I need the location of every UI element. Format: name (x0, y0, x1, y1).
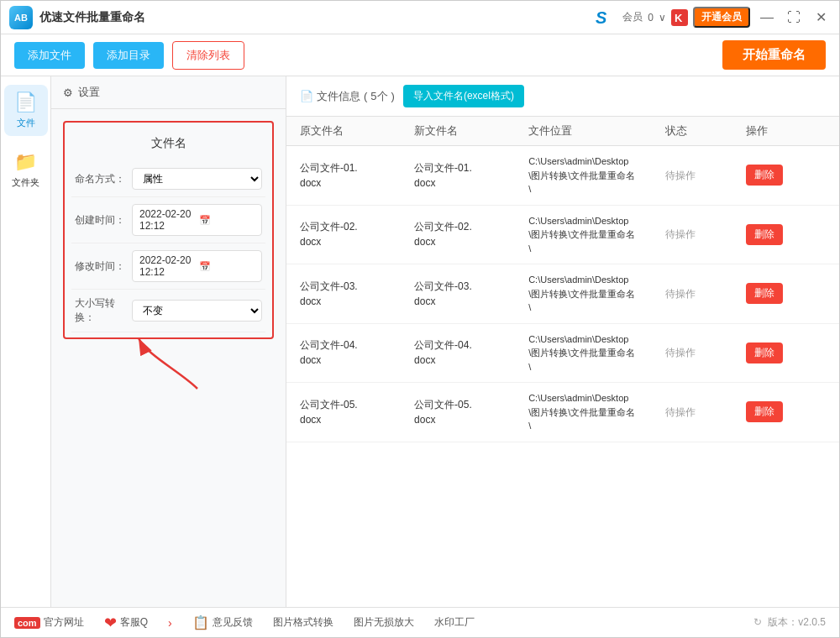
vip-separator: ∨ (659, 12, 666, 24)
app-title: 优速文件批量重命名 (39, 10, 585, 25)
main-content: 📄 文件 📁 文件夹 ⚙ 设置 文件名 命名方式： 属性 (1, 76, 839, 607)
footer-arrow[interactable]: › (168, 616, 172, 630)
footer-website[interactable]: com 官方网址 (14, 615, 84, 630)
col-status: 状态 (665, 123, 745, 139)
table-row: 公司文件-03. docx公司文件-03. docxC:\Users\admin… (286, 264, 839, 324)
k-icon: K (671, 9, 688, 26)
annotation-arrow (130, 330, 231, 397)
cell-action: 删除 (746, 401, 826, 422)
footer: com 官方网址 ❤ 客服Q › 📋 意见反馈 图片格式转换 图片无损放大 水印… (1, 607, 839, 637)
add-file-button[interactable]: 添加文件 (14, 42, 85, 69)
cell-status: 待操作 (665, 345, 745, 360)
arrow-annotation-area (63, 343, 274, 401)
modify-time-input[interactable]: 2022-02-20 12:12 📅 (132, 250, 262, 282)
version-label: ↻ 版本：v2.0.5 (753, 615, 826, 630)
cell-new-name: 公司文件-01. docx (414, 160, 528, 191)
start-rename-button[interactable]: 开始重命名 (722, 40, 826, 70)
open-vip-button[interactable]: 开通会员 (693, 7, 750, 28)
footer-watermark[interactable]: 水印工厂 (434, 615, 475, 630)
cell-orig-name: 公司文件-04. docx (300, 337, 414, 368)
settings-panel: ⚙ 设置 文件名 命名方式： 属性 创建时间： (51, 76, 286, 607)
col-new-name: 新文件名 (414, 123, 528, 139)
delete-row-button[interactable]: 删除 (746, 165, 783, 186)
modify-time-calendar-icon[interactable]: 📅 (199, 261, 255, 272)
website-icon: com (14, 617, 40, 629)
modify-time-value: 2022-02-20 12:12 📅 (132, 250, 262, 282)
naming-mode-label: 命名方式： (75, 172, 125, 186)
col-action: 操作 (746, 123, 826, 139)
svg-text:S: S (596, 8, 607, 27)
case-convert-label: 大小写转换： (75, 296, 125, 325)
footer-feedback[interactable]: 📋 意见反馈 (192, 614, 253, 630)
delete-row-button[interactable]: 删除 (746, 401, 783, 422)
cell-action: 删除 (746, 343, 826, 363)
right-panel: 📄 文件信息 ( 5个 ) 导入文件名(excel格式) 原文件名 新文件名 文… (286, 76, 839, 607)
col-orig-name: 原文件名 (300, 123, 414, 139)
cell-location: C:\Users\admin\Desktop \图片转换\文件批量重命名 \ (528, 332, 665, 374)
file-info-title: 📄 文件信息 ( 5个 ) (300, 89, 395, 104)
footer-img-lossless[interactable]: 图片无损放大 (354, 615, 414, 630)
sidebar-item-folder[interactable]: 📁 文件夹 (4, 144, 48, 196)
maximize-button[interactable]: ⛶ (784, 8, 804, 28)
svg-text:K: K (675, 12, 683, 24)
table-row: 公司文件-04. docx公司文件-04. docxC:\Users\admin… (286, 324, 839, 384)
create-time-input[interactable]: 2022-02-20 12:12 📅 (132, 204, 262, 236)
naming-mode-row: 命名方式： 属性 (71, 161, 265, 197)
feedback-icon: 📋 (192, 614, 209, 630)
sidebar-file-label: 文件 (17, 117, 35, 129)
window-controls: — ⛶ ✕ (757, 8, 831, 28)
import-filename-button[interactable]: 导入文件名(excel格式) (403, 85, 524, 107)
cell-location: C:\Users\admin\Desktop \图片转换\文件批量重命名 \ (528, 154, 665, 196)
cell-status: 待操作 (665, 405, 745, 420)
app-logo: AB (9, 6, 33, 29)
delete-row-button[interactable]: 删除 (746, 343, 783, 363)
right-panel-header: 📄 文件信息 ( 5个 ) 导入文件名(excel格式) (286, 76, 839, 117)
filename-section-title: 文件名 (71, 128, 265, 161)
create-time-calendar-icon[interactable]: 📅 (199, 215, 255, 226)
settings-label: 设置 (78, 85, 100, 100)
cell-orig-name: 公司文件-05. docx (300, 397, 414, 427)
gear-icon: ⚙ (63, 86, 73, 99)
sidebar-item-file[interactable]: 📄 文件 (4, 85, 48, 136)
add-dir-button[interactable]: 添加目录 (93, 42, 164, 69)
folder-icon: 📁 (14, 151, 37, 173)
cell-status: 待操作 (665, 286, 745, 301)
file-icon-small: 📄 (300, 90, 313, 102)
cell-orig-name: 公司文件-03. docx (300, 279, 414, 309)
cell-status: 待操作 (665, 168, 745, 183)
case-convert-select[interactable]: 不变 (132, 300, 262, 322)
cell-location: C:\Users\admin\Desktop \图片转换\文件批量重命名 \ (528, 273, 665, 315)
title-bar: AB 优速文件批量重命名 S 会员 0 ∨ K 开通会员 — ⛶ ✕ (1, 1, 839, 34)
footer-customer[interactable]: ❤ 客服Q (104, 614, 148, 632)
footer-img-convert[interactable]: 图片格式转换 (273, 615, 333, 630)
sidebar-folder-label: 文件夹 (12, 176, 39, 189)
delete-row-button[interactable]: 删除 (746, 283, 783, 304)
naming-mode-select[interactable]: 属性 (132, 168, 262, 190)
table-row: 公司文件-01. docx公司文件-01. docxC:\Users\admin… (286, 146, 839, 206)
create-time-label: 创建时间： (75, 213, 125, 227)
naming-mode-value: 属性 (132, 168, 262, 190)
modify-time-row: 修改时间： 2022-02-20 12:12 📅 (71, 243, 265, 290)
close-button[interactable]: ✕ (811, 8, 831, 28)
toolbar: 添加文件 添加目录 清除列表 开始重命名 (1, 34, 839, 76)
settings-highlight-box: 文件名 命名方式： 属性 创建时间： 2022-02-20 12: (63, 121, 274, 339)
customer-icon: ❤ (104, 614, 117, 632)
table-row: 公司文件-02. docx公司文件-02. docxC:\Users\admin… (286, 206, 839, 265)
cell-action: 删除 (746, 165, 826, 186)
settings-body: 文件名 命名方式： 属性 创建时间： 2022-02-20 12: (51, 109, 286, 410)
s-logo-icon: S (592, 8, 617, 27)
cell-new-name: 公司文件-05. docx (414, 397, 528, 427)
cell-orig-name: 公司文件-01. docx (300, 160, 414, 191)
table-header: 原文件名 新文件名 文件位置 状态 操作 (286, 117, 839, 146)
clear-list-button[interactable]: 清除列表 (172, 41, 244, 70)
minimize-button[interactable]: — (757, 8, 777, 28)
case-convert-row: 大小写转换： 不变 (71, 290, 265, 332)
cell-action: 删除 (746, 283, 826, 304)
delete-row-button[interactable]: 删除 (746, 224, 783, 245)
cell-new-name: 公司文件-03. docx (414, 279, 528, 309)
cell-action: 删除 (746, 224, 826, 245)
forward-icon: › (168, 616, 172, 630)
table-row: 公司文件-05. docx公司文件-05. docxC:\Users\admin… (286, 383, 839, 442)
title-center: S 会员 0 ∨ K 开通会员 (592, 7, 750, 28)
case-convert-value: 不变 (132, 300, 262, 322)
